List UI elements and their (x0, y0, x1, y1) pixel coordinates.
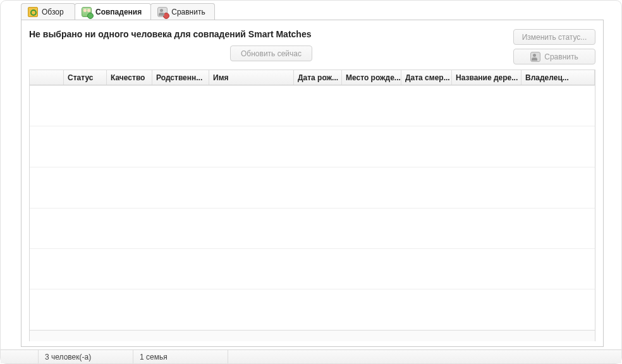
compare-icon (157, 7, 168, 17)
status-cell-empty (1, 350, 39, 363)
compare-button[interactable]: Сравнить (513, 49, 595, 64)
tab-overview-label: Обзор (42, 8, 64, 16)
col-quality[interactable]: Качество (107, 70, 152, 85)
col-name[interactable]: Имя (209, 70, 294, 85)
col-deathdate[interactable]: Дата смер... (401, 70, 452, 85)
change-status-button[interactable]: Изменить статус... (513, 29, 595, 45)
page-title: Не выбрано ни одного человека для совпад… (29, 29, 513, 39)
grid-body (30, 85, 595, 330)
col-status[interactable]: Статус (64, 70, 107, 85)
compare-button-label: Сравнить (544, 52, 578, 61)
status-bar: 3 человек(-а) 1 семья (1, 349, 621, 363)
tab-compare-label: Сравнить (171, 8, 205, 16)
col-birthdate[interactable]: Дата рож... (294, 70, 342, 85)
tab-overview[interactable]: Обзор (21, 3, 75, 20)
people-icon (82, 7, 92, 17)
tab-compare[interactable]: Сравнить (150, 3, 214, 20)
compare-person-icon (530, 52, 540, 62)
matches-panel: Не выбрано ни одного человека для совпад… (21, 20, 604, 347)
col-treename[interactable]: Название дере... (452, 70, 521, 85)
grid-header: Статус Качество Родственн... Имя Дата ро… (30, 70, 595, 85)
col-relation[interactable]: Родственн... (152, 70, 209, 85)
col-checkbox[interactable] (30, 70, 64, 85)
tab-matches-label: Совпадения (95, 8, 142, 16)
refresh-button-label: Обновить сейчас (241, 49, 302, 58)
check-badge-icon (87, 13, 94, 19)
refresh-button[interactable]: Обновить сейчас (230, 46, 312, 61)
tabstrip: Обзор Совпадения Сравнить (21, 3, 604, 20)
folder-icon (28, 7, 38, 17)
x-badge-icon (163, 13, 169, 19)
status-family: 1 семья (133, 350, 228, 363)
col-owner[interactable]: Владелец... (521, 70, 595, 85)
change-status-label: Изменить статус... (522, 33, 587, 42)
grid-footer (30, 330, 595, 341)
matches-grid: Статус Качество Родственн... Имя Дата ро… (29, 70, 595, 341)
col-birthplace[interactable]: Место рожде... (342, 70, 401, 85)
status-people: 3 человек(-а) (39, 350, 133, 363)
tab-matches[interactable]: Совпадения (75, 3, 151, 20)
